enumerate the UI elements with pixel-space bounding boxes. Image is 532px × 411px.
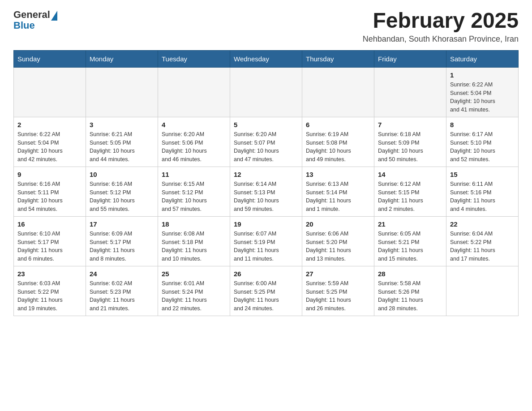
calendar-week-row: 16Sunrise: 6:10 AM Sunset: 5:17 PM Dayli…	[14, 216, 519, 266]
calendar-cell	[230, 67, 302, 117]
calendar-cell	[14, 67, 86, 117]
location-subtitle: Nehbandan, South Khorasan Province, Iran	[363, 34, 519, 44]
day-number: 16	[17, 220, 82, 228]
day-info: Sunrise: 6:13 AM Sunset: 5:14 PM Dayligh…	[306, 180, 370, 214]
calendar-cell: 13Sunrise: 6:13 AM Sunset: 5:14 PM Dayli…	[302, 167, 374, 216]
day-number: 15	[450, 171, 515, 178]
day-info: Sunrise: 6:07 AM Sunset: 5:19 PM Dayligh…	[234, 230, 298, 263]
column-header-saturday: Saturday	[446, 50, 519, 67]
day-info: Sunrise: 6:22 AM Sunset: 5:04 PM Dayligh…	[17, 130, 82, 164]
day-number: 8	[450, 121, 515, 128]
calendar-week-row: 23Sunrise: 6:03 AM Sunset: 5:22 PM Dayli…	[14, 266, 519, 316]
day-info: Sunrise: 6:02 AM Sunset: 5:23 PM Dayligh…	[90, 279, 154, 313]
column-header-friday: Friday	[374, 50, 446, 67]
calendar-header-row: SundayMondayTuesdayWednesdayThursdayFrid…	[14, 50, 519, 67]
column-header-wednesday: Wednesday	[230, 50, 302, 67]
day-number: 26	[234, 270, 298, 278]
calendar-cell: 16Sunrise: 6:10 AM Sunset: 5:17 PM Dayli…	[14, 216, 86, 266]
day-info: Sunrise: 6:20 AM Sunset: 5:07 PM Dayligh…	[234, 130, 298, 164]
day-number: 13	[306, 171, 370, 178]
calendar-cell: 14Sunrise: 6:12 AM Sunset: 5:15 PM Dayli…	[374, 167, 446, 216]
calendar-cell: 2Sunrise: 6:22 AM Sunset: 5:04 PM Daylig…	[14, 117, 86, 167]
day-number: 24	[90, 270, 154, 278]
calendar-cell: 21Sunrise: 6:05 AM Sunset: 5:21 PM Dayli…	[374, 216, 446, 266]
calendar-cell: 9Sunrise: 6:16 AM Sunset: 5:11 PM Daylig…	[14, 167, 86, 216]
calendar-week-row: 9Sunrise: 6:16 AM Sunset: 5:11 PM Daylig…	[14, 167, 519, 216]
logo-text-blue: Blue	[13, 20, 57, 31]
calendar-week-row: 2Sunrise: 6:22 AM Sunset: 5:04 PM Daylig…	[14, 117, 519, 167]
day-number: 22	[450, 220, 515, 228]
day-number: 25	[162, 270, 226, 278]
day-number: 27	[306, 270, 370, 278]
column-header-thursday: Thursday	[302, 50, 374, 67]
calendar-cell	[86, 67, 158, 117]
calendar-cell: 3Sunrise: 6:21 AM Sunset: 5:05 PM Daylig…	[86, 117, 158, 167]
day-info: Sunrise: 6:10 AM Sunset: 5:17 PM Dayligh…	[17, 230, 82, 263]
day-info: Sunrise: 6:16 AM Sunset: 5:11 PM Dayligh…	[17, 180, 82, 214]
calendar-cell: 22Sunrise: 6:04 AM Sunset: 5:22 PM Dayli…	[446, 216, 519, 266]
day-info: Sunrise: 6:12 AM Sunset: 5:15 PM Dayligh…	[378, 180, 442, 214]
day-number: 19	[234, 220, 298, 228]
day-info: Sunrise: 6:15 AM Sunset: 5:12 PM Dayligh…	[162, 180, 226, 214]
day-info: Sunrise: 6:03 AM Sunset: 5:22 PM Dayligh…	[17, 279, 82, 313]
calendar-week-row: 1Sunrise: 6:22 AM Sunset: 5:04 PM Daylig…	[14, 67, 519, 117]
title-block: February 2025 Nehbandan, South Khorasan …	[363, 9, 519, 44]
day-number: 12	[234, 171, 298, 178]
day-number: 7	[378, 121, 442, 128]
day-number: 18	[162, 220, 226, 228]
calendar-cell: 10Sunrise: 6:16 AM Sunset: 5:12 PM Dayli…	[86, 167, 158, 216]
calendar-cell: 17Sunrise: 6:09 AM Sunset: 5:17 PM Dayli…	[86, 216, 158, 266]
day-info: Sunrise: 6:00 AM Sunset: 5:25 PM Dayligh…	[234, 279, 298, 313]
day-info: Sunrise: 6:21 AM Sunset: 5:05 PM Dayligh…	[90, 130, 154, 164]
day-number: 2	[17, 121, 82, 128]
day-number: 20	[306, 220, 370, 228]
day-info: Sunrise: 5:59 AM Sunset: 5:25 PM Dayligh…	[306, 279, 370, 313]
day-number: 5	[234, 121, 298, 128]
calendar-table: SundayMondayTuesdayWednesdayThursdayFrid…	[13, 50, 519, 316]
calendar-cell: 24Sunrise: 6:02 AM Sunset: 5:23 PM Dayli…	[86, 266, 158, 316]
day-info: Sunrise: 6:17 AM Sunset: 5:10 PM Dayligh…	[450, 130, 515, 164]
calendar-cell: 25Sunrise: 6:01 AM Sunset: 5:24 PM Dayli…	[158, 266, 230, 316]
column-header-sunday: Sunday	[14, 50, 86, 67]
calendar-cell: 8Sunrise: 6:17 AM Sunset: 5:10 PM Daylig…	[446, 117, 519, 167]
day-number: 4	[162, 121, 226, 128]
calendar-cell: 23Sunrise: 6:03 AM Sunset: 5:22 PM Dayli…	[14, 266, 86, 316]
calendar-cell	[302, 67, 374, 117]
day-number: 21	[378, 220, 442, 228]
calendar-cell: 1Sunrise: 6:22 AM Sunset: 5:04 PM Daylig…	[446, 67, 519, 117]
day-number: 10	[90, 171, 154, 178]
day-info: Sunrise: 5:58 AM Sunset: 5:26 PM Dayligh…	[378, 279, 442, 313]
logo-text-general: General	[13, 9, 50, 20]
day-info: Sunrise: 6:01 AM Sunset: 5:24 PM Dayligh…	[162, 279, 226, 313]
calendar-cell: 20Sunrise: 6:06 AM Sunset: 5:20 PM Dayli…	[302, 216, 374, 266]
calendar-cell: 4Sunrise: 6:20 AM Sunset: 5:06 PM Daylig…	[158, 117, 230, 167]
column-header-tuesday: Tuesday	[158, 50, 230, 67]
calendar-cell	[158, 67, 230, 117]
day-number: 9	[17, 171, 82, 178]
day-number: 1	[450, 71, 515, 79]
page-header: General Blue February 2025 Nehbandan, So…	[13, 9, 519, 44]
day-info: Sunrise: 6:08 AM Sunset: 5:18 PM Dayligh…	[162, 230, 226, 263]
calendar-cell: 12Sunrise: 6:14 AM Sunset: 5:13 PM Dayli…	[230, 167, 302, 216]
day-info: Sunrise: 6:04 AM Sunset: 5:22 PM Dayligh…	[450, 230, 515, 263]
logo: General Blue	[13, 9, 57, 31]
calendar-cell: 11Sunrise: 6:15 AM Sunset: 5:12 PM Dayli…	[158, 167, 230, 216]
day-info: Sunrise: 6:16 AM Sunset: 5:12 PM Dayligh…	[90, 180, 154, 214]
calendar-cell: 27Sunrise: 5:59 AM Sunset: 5:25 PM Dayli…	[302, 266, 374, 316]
day-info: Sunrise: 6:05 AM Sunset: 5:21 PM Dayligh…	[378, 230, 442, 263]
calendar-cell	[446, 266, 519, 316]
day-info: Sunrise: 6:19 AM Sunset: 5:08 PM Dayligh…	[306, 130, 370, 164]
day-info: Sunrise: 6:09 AM Sunset: 5:17 PM Dayligh…	[90, 230, 154, 263]
day-number: 14	[378, 171, 442, 178]
calendar-cell: 5Sunrise: 6:20 AM Sunset: 5:07 PM Daylig…	[230, 117, 302, 167]
day-number: 6	[306, 121, 370, 128]
day-number: 23	[17, 270, 82, 278]
calendar-cell: 18Sunrise: 6:08 AM Sunset: 5:18 PM Dayli…	[158, 216, 230, 266]
logo-triangle-icon	[51, 11, 57, 21]
day-info: Sunrise: 6:20 AM Sunset: 5:06 PM Dayligh…	[162, 130, 226, 164]
calendar-cell: 7Sunrise: 6:18 AM Sunset: 5:09 PM Daylig…	[374, 117, 446, 167]
day-number: 28	[378, 270, 442, 278]
calendar-cell: 19Sunrise: 6:07 AM Sunset: 5:19 PM Dayli…	[230, 216, 302, 266]
day-info: Sunrise: 6:18 AM Sunset: 5:09 PM Dayligh…	[378, 130, 442, 164]
column-header-monday: Monday	[86, 50, 158, 67]
